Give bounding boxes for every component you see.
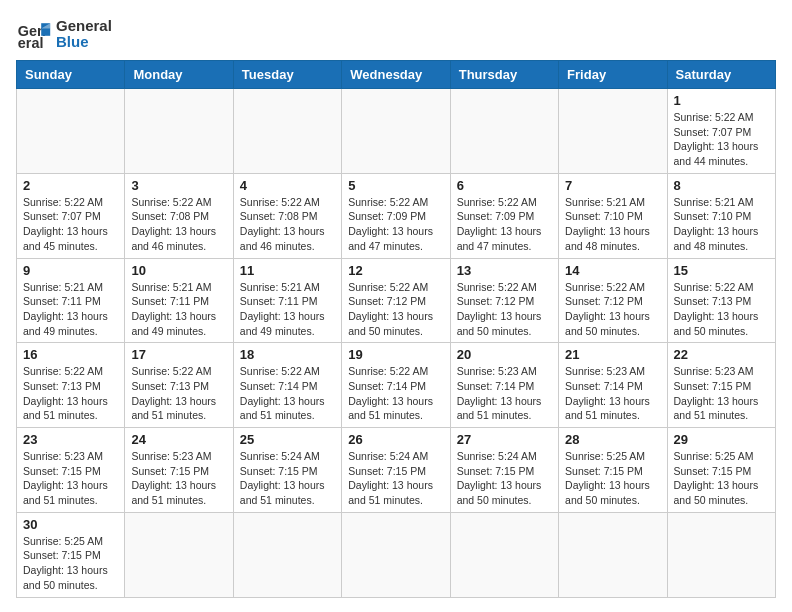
- calendar-week-4: 23Sunrise: 5:23 AM Sunset: 7:15 PM Dayli…: [17, 428, 776, 513]
- day-number: 28: [565, 432, 660, 447]
- calendar-cell: 9Sunrise: 5:21 AM Sunset: 7:11 PM Daylig…: [17, 258, 125, 343]
- column-header-friday: Friday: [559, 61, 667, 89]
- column-header-monday: Monday: [125, 61, 233, 89]
- calendar-cell: 29Sunrise: 5:25 AM Sunset: 7:15 PM Dayli…: [667, 428, 775, 513]
- calendar-cell: 17Sunrise: 5:22 AM Sunset: 7:13 PM Dayli…: [125, 343, 233, 428]
- day-info: Sunrise: 5:22 AM Sunset: 7:09 PM Dayligh…: [457, 195, 552, 254]
- day-number: 21: [565, 347, 660, 362]
- calendar-cell: 5Sunrise: 5:22 AM Sunset: 7:09 PM Daylig…: [342, 173, 450, 258]
- calendar-cell: [125, 512, 233, 597]
- calendar-cell: 13Sunrise: 5:22 AM Sunset: 7:12 PM Dayli…: [450, 258, 558, 343]
- calendar-cell: [233, 89, 341, 174]
- calendar-cell: 27Sunrise: 5:24 AM Sunset: 7:15 PM Dayli…: [450, 428, 558, 513]
- calendar-cell: 7Sunrise: 5:21 AM Sunset: 7:10 PM Daylig…: [559, 173, 667, 258]
- calendar-table: SundayMondayTuesdayWednesdayThursdayFrid…: [16, 60, 776, 598]
- day-info: Sunrise: 5:21 AM Sunset: 7:11 PM Dayligh…: [23, 280, 118, 339]
- calendar-cell: [450, 89, 558, 174]
- day-info: Sunrise: 5:22 AM Sunset: 7:12 PM Dayligh…: [457, 280, 552, 339]
- calendar-cell: 21Sunrise: 5:23 AM Sunset: 7:14 PM Dayli…: [559, 343, 667, 428]
- day-number: 20: [457, 347, 552, 362]
- calendar-cell: 18Sunrise: 5:22 AM Sunset: 7:14 PM Dayli…: [233, 343, 341, 428]
- day-info: Sunrise: 5:22 AM Sunset: 7:07 PM Dayligh…: [23, 195, 118, 254]
- calendar-cell: 26Sunrise: 5:24 AM Sunset: 7:15 PM Dayli…: [342, 428, 450, 513]
- calendar-cell: 20Sunrise: 5:23 AM Sunset: 7:14 PM Dayli…: [450, 343, 558, 428]
- calendar-week-3: 16Sunrise: 5:22 AM Sunset: 7:13 PM Dayli…: [17, 343, 776, 428]
- day-info: Sunrise: 5:22 AM Sunset: 7:13 PM Dayligh…: [23, 364, 118, 423]
- calendar-cell: 19Sunrise: 5:22 AM Sunset: 7:14 PM Dayli…: [342, 343, 450, 428]
- day-info: Sunrise: 5:23 AM Sunset: 7:15 PM Dayligh…: [674, 364, 769, 423]
- day-number: 4: [240, 178, 335, 193]
- calendar-cell: 3Sunrise: 5:22 AM Sunset: 7:08 PM Daylig…: [125, 173, 233, 258]
- column-header-sunday: Sunday: [17, 61, 125, 89]
- calendar-cell: 12Sunrise: 5:22 AM Sunset: 7:12 PM Dayli…: [342, 258, 450, 343]
- calendar-cell: [342, 89, 450, 174]
- calendar-cell: 24Sunrise: 5:23 AM Sunset: 7:15 PM Dayli…: [125, 428, 233, 513]
- day-number: 3: [131, 178, 226, 193]
- day-info: Sunrise: 5:22 AM Sunset: 7:12 PM Dayligh…: [565, 280, 660, 339]
- day-info: Sunrise: 5:21 AM Sunset: 7:10 PM Dayligh…: [674, 195, 769, 254]
- day-number: 19: [348, 347, 443, 362]
- day-info: Sunrise: 5:24 AM Sunset: 7:15 PM Dayligh…: [240, 449, 335, 508]
- day-info: Sunrise: 5:23 AM Sunset: 7:14 PM Dayligh…: [457, 364, 552, 423]
- day-number: 24: [131, 432, 226, 447]
- calendar-cell: [450, 512, 558, 597]
- day-number: 22: [674, 347, 769, 362]
- day-number: 17: [131, 347, 226, 362]
- day-info: Sunrise: 5:21 AM Sunset: 7:11 PM Dayligh…: [240, 280, 335, 339]
- calendar-cell: 22Sunrise: 5:23 AM Sunset: 7:15 PM Dayli…: [667, 343, 775, 428]
- calendar-cell: [559, 89, 667, 174]
- column-header-thursday: Thursday: [450, 61, 558, 89]
- day-info: Sunrise: 5:22 AM Sunset: 7:08 PM Dayligh…: [240, 195, 335, 254]
- day-number: 1: [674, 93, 769, 108]
- logo-general: General: [56, 18, 112, 35]
- day-number: 6: [457, 178, 552, 193]
- day-info: Sunrise: 5:22 AM Sunset: 7:09 PM Dayligh…: [348, 195, 443, 254]
- calendar-cell: 4Sunrise: 5:22 AM Sunset: 7:08 PM Daylig…: [233, 173, 341, 258]
- calendar-cell: 30Sunrise: 5:25 AM Sunset: 7:15 PM Dayli…: [17, 512, 125, 597]
- day-number: 27: [457, 432, 552, 447]
- day-number: 7: [565, 178, 660, 193]
- calendar-cell: 25Sunrise: 5:24 AM Sunset: 7:15 PM Dayli…: [233, 428, 341, 513]
- day-number: 25: [240, 432, 335, 447]
- calendar-cell: 15Sunrise: 5:22 AM Sunset: 7:13 PM Dayli…: [667, 258, 775, 343]
- day-info: Sunrise: 5:21 AM Sunset: 7:10 PM Dayligh…: [565, 195, 660, 254]
- day-number: 8: [674, 178, 769, 193]
- logo-blue: Blue: [56, 34, 112, 51]
- calendar-week-5: 30Sunrise: 5:25 AM Sunset: 7:15 PM Dayli…: [17, 512, 776, 597]
- calendar-cell: 10Sunrise: 5:21 AM Sunset: 7:11 PM Dayli…: [125, 258, 233, 343]
- calendar-week-0: 1Sunrise: 5:22 AM Sunset: 7:07 PM Daylig…: [17, 89, 776, 174]
- day-number: 23: [23, 432, 118, 447]
- calendar-cell: 6Sunrise: 5:22 AM Sunset: 7:09 PM Daylig…: [450, 173, 558, 258]
- day-info: Sunrise: 5:22 AM Sunset: 7:13 PM Dayligh…: [674, 280, 769, 339]
- calendar-cell: 16Sunrise: 5:22 AM Sunset: 7:13 PM Dayli…: [17, 343, 125, 428]
- day-info: Sunrise: 5:22 AM Sunset: 7:14 PM Dayligh…: [240, 364, 335, 423]
- day-number: 10: [131, 263, 226, 278]
- calendar-cell: [559, 512, 667, 597]
- day-number: 26: [348, 432, 443, 447]
- calendar-header-row: SundayMondayTuesdayWednesdayThursdayFrid…: [17, 61, 776, 89]
- calendar-cell: [125, 89, 233, 174]
- day-number: 15: [674, 263, 769, 278]
- day-info: Sunrise: 5:25 AM Sunset: 7:15 PM Dayligh…: [23, 534, 118, 593]
- logo: Gen eral General Blue: [16, 16, 112, 52]
- day-info: Sunrise: 5:25 AM Sunset: 7:15 PM Dayligh…: [565, 449, 660, 508]
- day-info: Sunrise: 5:22 AM Sunset: 7:12 PM Dayligh…: [348, 280, 443, 339]
- day-number: 14: [565, 263, 660, 278]
- day-info: Sunrise: 5:22 AM Sunset: 7:14 PM Dayligh…: [348, 364, 443, 423]
- day-info: Sunrise: 5:25 AM Sunset: 7:15 PM Dayligh…: [674, 449, 769, 508]
- calendar-cell: [342, 512, 450, 597]
- svg-text:eral: eral: [18, 35, 44, 51]
- day-number: 16: [23, 347, 118, 362]
- day-number: 29: [674, 432, 769, 447]
- day-info: Sunrise: 5:22 AM Sunset: 7:13 PM Dayligh…: [131, 364, 226, 423]
- day-info: Sunrise: 5:22 AM Sunset: 7:07 PM Dayligh…: [674, 110, 769, 169]
- day-info: Sunrise: 5:21 AM Sunset: 7:11 PM Dayligh…: [131, 280, 226, 339]
- column-header-saturday: Saturday: [667, 61, 775, 89]
- column-header-tuesday: Tuesday: [233, 61, 341, 89]
- day-info: Sunrise: 5:22 AM Sunset: 7:08 PM Dayligh…: [131, 195, 226, 254]
- day-info: Sunrise: 5:23 AM Sunset: 7:15 PM Dayligh…: [23, 449, 118, 508]
- calendar-cell: 1Sunrise: 5:22 AM Sunset: 7:07 PM Daylig…: [667, 89, 775, 174]
- day-info: Sunrise: 5:24 AM Sunset: 7:15 PM Dayligh…: [457, 449, 552, 508]
- calendar-cell: 8Sunrise: 5:21 AM Sunset: 7:10 PM Daylig…: [667, 173, 775, 258]
- calendar-cell: 14Sunrise: 5:22 AM Sunset: 7:12 PM Dayli…: [559, 258, 667, 343]
